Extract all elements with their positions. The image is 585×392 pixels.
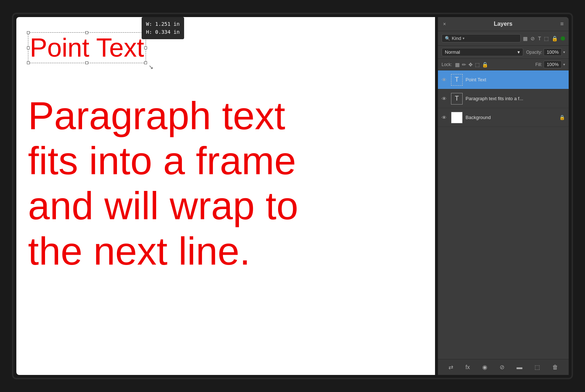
blend-mode-value: Normal xyxy=(445,49,460,55)
filter-color-indicator xyxy=(561,36,565,41)
lock-all-icon[interactable]: 🔒 xyxy=(482,62,488,68)
blend-mode-arrow: ▾ xyxy=(517,49,520,55)
search-kind-label: Kind xyxy=(452,36,461,41)
layer-name-paragraph: Paragraph text fits into a f... xyxy=(466,96,565,101)
layer-thumbnail-point-text: T xyxy=(451,74,463,86)
new-adjustment-icon[interactable]: ⊘ xyxy=(498,363,506,371)
lock-paint-icon[interactable]: ✏ xyxy=(462,62,466,68)
search-icon: 🔍 xyxy=(445,36,450,41)
layer-thumbnail-paragraph: T xyxy=(451,93,463,105)
handle-tl[interactable] xyxy=(27,31,30,34)
layers-panel: × Layers ≡ 🔍 Kind ▾ ▦ ⊘ T ⬚ 🔒 Normal xyxy=(438,17,569,375)
point-text-selection: Point Text xyxy=(28,32,146,63)
point-text-container[interactable]: Point Text ↘ xyxy=(28,32,146,63)
filter-pixel-icon[interactable]: ▦ xyxy=(523,36,528,41)
opacity-section: Opacity: 100% ▾ xyxy=(526,48,565,56)
search-box[interactable]: 🔍 Kind ▾ xyxy=(442,34,521,42)
layer-item-paragraph[interactable]: 👁 T Paragraph text fits into a f... xyxy=(438,89,569,108)
fill-section: Fill: 100% ▾ xyxy=(535,61,565,68)
layer-name-point-text: Point Text xyxy=(466,77,565,82)
canvas-area: Point Text ↘ W: 1.251 in H: 0.334 in Par… xyxy=(16,17,435,375)
handle-mr[interactable] xyxy=(144,46,147,49)
blend-mode-select[interactable]: Normal ▾ xyxy=(442,48,523,56)
filter-shape-icon[interactable]: ⬚ xyxy=(544,36,549,41)
layers-list: 👁 T Point Text 👁 T Paragraph text fits i… xyxy=(438,70,569,359)
visibility-icon-point-text[interactable]: 👁 xyxy=(442,77,448,83)
point-text-label: Point Text xyxy=(30,33,144,62)
resize-arrow: ↘ xyxy=(149,64,153,70)
fill-input[interactable]: 100% xyxy=(544,61,562,68)
handle-ml[interactable] xyxy=(27,46,30,49)
paragraph-text: Paragraph text fits into a frame and wil… xyxy=(28,93,326,274)
handle-tm[interactable] xyxy=(85,31,88,34)
background-lock-icon: 🔒 xyxy=(559,115,565,120)
link-layers-icon[interactable]: ⇄ xyxy=(447,363,455,371)
search-row: 🔍 Kind ▾ ▦ ⊘ T ⬚ 🔒 xyxy=(438,31,569,46)
text-layer-icon-2: T xyxy=(455,95,459,102)
panel-close-button[interactable]: × xyxy=(443,21,446,27)
handle-bm[interactable] xyxy=(85,61,88,64)
fill-arrow[interactable]: ▾ xyxy=(563,62,565,66)
search-dropdown-arrow[interactable]: ▾ xyxy=(463,36,464,40)
new-group-icon[interactable]: ▬ xyxy=(515,363,524,371)
blend-mode-row: Normal ▾ Opacity: 100% ▾ xyxy=(438,46,569,59)
handle-bl[interactable] xyxy=(27,61,30,64)
new-layer-icon[interactable]: ⬚ xyxy=(533,363,541,371)
tooltip-height: H: 0.334 in xyxy=(146,28,180,36)
tooltip-width: W: 1.251 in xyxy=(146,20,180,28)
visibility-icon-background[interactable]: 👁 xyxy=(442,115,448,121)
panel-menu-button[interactable]: ≡ xyxy=(560,21,564,27)
layer-name-background: Background xyxy=(466,115,556,120)
lock-row: Lock: ▦ ✏ ✥ ⬚ 🔒 Fill: 100% ▾ xyxy=(438,59,569,70)
layer-item-point-text[interactable]: 👁 T Point Text xyxy=(438,70,569,89)
lock-artboard-icon[interactable]: ⬚ xyxy=(475,62,480,68)
filter-icons: ▦ ⊘ T ⬚ 🔒 xyxy=(523,36,565,41)
opacity-input[interactable]: 100% xyxy=(544,48,562,56)
lock-label: Lock: xyxy=(442,62,452,67)
dimension-tooltip: W: 1.251 in H: 0.334 in xyxy=(142,17,184,39)
filter-effect-icon[interactable]: 🔒 xyxy=(552,36,558,41)
lock-pixels-icon[interactable]: ▦ xyxy=(455,62,460,68)
handle-br[interactable] xyxy=(144,61,147,64)
panel-header: × Layers ≡ xyxy=(438,17,569,31)
text-layer-icon: T xyxy=(455,76,459,83)
new-fill-icon[interactable]: ◉ xyxy=(481,363,489,371)
opacity-arrow[interactable]: ▾ xyxy=(563,50,565,54)
lock-move-icon[interactable]: ✥ xyxy=(468,62,473,68)
filter-adjust-icon[interactable]: ⊘ xyxy=(531,36,535,41)
layer-item-background[interactable]: 👁 Background 🔒 xyxy=(438,108,569,127)
lock-icon-group: ▦ ✏ ✥ ⬚ 🔒 xyxy=(455,62,533,68)
app-window: Point Text ↘ W: 1.251 in H: 0.334 in Par… xyxy=(12,13,573,379)
delete-layer-icon[interactable]: 🗑 xyxy=(551,363,560,371)
visibility-icon-paragraph[interactable]: 👁 xyxy=(442,96,448,102)
filter-text-icon[interactable]: T xyxy=(538,36,541,41)
fx-icon[interactable]: fx xyxy=(464,363,471,371)
fill-label: Fill: xyxy=(535,62,542,67)
layer-thumbnail-background xyxy=(451,112,463,123)
panel-title: Layers xyxy=(494,21,513,27)
panel-footer: ⇄ fx ◉ ⊘ ▬ ⬚ 🗑 xyxy=(438,359,569,375)
opacity-label: Opacity: xyxy=(526,50,542,55)
